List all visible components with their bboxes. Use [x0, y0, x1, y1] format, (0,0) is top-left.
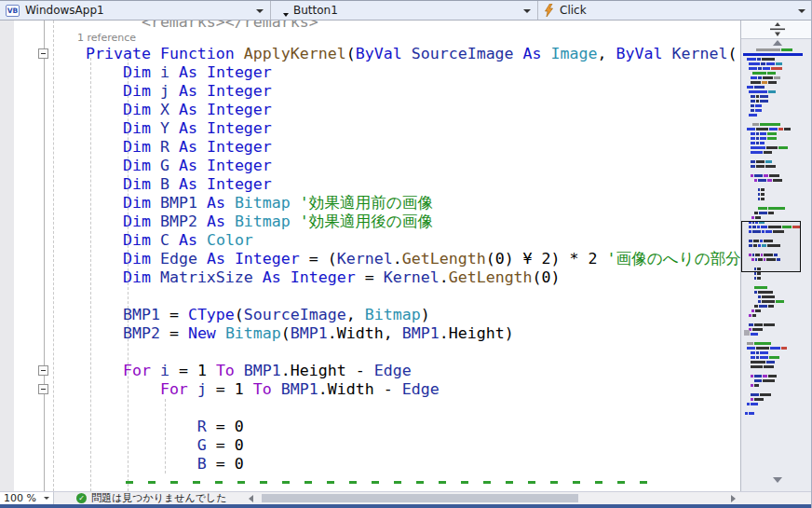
code-line: Dim MatrixSize As Integer = Kernel.GetLe… — [0, 268, 740, 287]
hscroll-left-arrow[interactable] — [249, 495, 253, 502]
code-line: BMP2 = New Bitmap(BMP1.Width, BMP1.Heigh… — [0, 324, 740, 343]
chevron-down-icon — [44, 497, 49, 500]
code-lines: <remarks></remarks>1 reference Private F… — [0, 21, 740, 474]
class-sphere-icon — [277, 5, 288, 16]
code-line: Dim X As Integer — [0, 101, 740, 119]
project-dropdown[interactable]: VB WindowsApp1 — [0, 1, 271, 20]
code-line: <remarks></remarks> — [0, 21, 740, 32]
scrollbar-map[interactable] — [740, 21, 812, 491]
navigation-bar: VB WindowsApp1 Button1 Click — [0, 0, 812, 21]
code-line: Dim j As Integer — [0, 82, 740, 101]
code-line — [0, 343, 740, 362]
editor-split-handle[interactable] — [741, 21, 812, 39]
code-line: For j = 1 To BMP1.Width - Edge — [0, 380, 740, 399]
method-dropdown[interactable]: Click — [538, 1, 812, 20]
collapse-toggle-for-outer[interactable] — [38, 365, 48, 376]
project-dropdown-label: WindowsApp1 — [25, 4, 104, 17]
class-dropdown[interactable]: Button1 — [271, 1, 538, 20]
split-handle-icon — [769, 22, 786, 36]
minimap-marker — [744, 330, 750, 336]
code-line: Dim R As Integer — [0, 138, 740, 157]
vs-editor-window: VB WindowsApp1 Button1 Click <remarks></… — [0, 0, 812, 508]
health-status-message: 問題は見つかりませんでした — [91, 492, 227, 504]
code-line: Dim G As Integer — [0, 157, 740, 175]
code-line — [0, 399, 740, 418]
code-line: R = 0 — [0, 418, 740, 436]
minimap-viewport[interactable] — [741, 221, 801, 272]
hscroll-thumb[interactable] — [262, 494, 578, 502]
zoom-level-dropdown[interactable]: 100 % — [0, 492, 54, 504]
vb-project-icon: VB — [6, 5, 20, 17]
scroll-down-arrow[interactable] — [741, 477, 812, 483]
code-line: Dim B As Integer — [0, 175, 740, 194]
method-dropdown-label: Click — [560, 4, 587, 17]
zoom-level-label: 100 % — [4, 492, 36, 504]
class-dropdown-label: Button1 — [293, 4, 338, 17]
clipped-line-fragment — [126, 481, 652, 484]
code-line: G = 0 — [0, 436, 740, 455]
code-line: Dim Y As Integer — [0, 119, 740, 138]
chevron-down-icon — [798, 9, 805, 13]
window-border — [0, 504, 812, 508]
code-line: Private Function ApplyKernel(ByVal Sourc… — [0, 45, 740, 63]
scroll-up-arrow[interactable] — [741, 40, 812, 46]
code-line — [0, 287, 740, 306]
code-editor[interactable]: <remarks></remarks>1 reference Private F… — [0, 21, 740, 491]
chevron-down-icon — [523, 9, 531, 13]
code-line: BMP1 = CType(SourceImage, Bitmap) — [0, 306, 740, 324]
editor-status-bar: 100 % ✓ 問題は見つかりませんでした — [0, 491, 812, 504]
code-line: B = 0 — [0, 455, 740, 474]
hscroll-right-arrow[interactable] — [731, 495, 736, 502]
event-lightning-icon — [544, 4, 554, 17]
code-line: Dim C As Color — [0, 231, 740, 250]
code-line: Dim Edge As Integer = (Kernel.GetLength(… — [0, 250, 740, 268]
code-line: For i = 1 To BMP1.Height - Edge — [0, 362, 740, 380]
code-line: Dim BMP2 As Bitmap '効果適用後の画像 — [0, 213, 740, 231]
health-check-icon: ✓ — [76, 493, 87, 503]
code-line: Dim BMP1 As Bitmap '効果適用前の画像 — [0, 194, 740, 213]
collapse-toggle-for-inner[interactable] — [38, 384, 48, 394]
chevron-down-icon — [256, 9, 264, 13]
codelens-references[interactable]: 1 reference — [0, 32, 740, 45]
code-line: Dim i As Integer — [0, 63, 740, 82]
collapse-toggle-function[interactable] — [38, 48, 48, 59]
